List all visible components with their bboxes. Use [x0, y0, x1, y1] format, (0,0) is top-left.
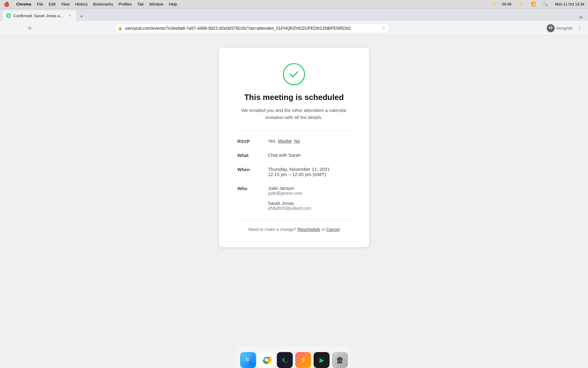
dock-trash[interactable]: 🗑 [332, 352, 348, 368]
address-bar: ‹ › ↻ 🔒 savvycal.com/events/7e3ee6a8-7a5… [0, 21, 588, 36]
search-icon[interactable]: 🔍 [543, 2, 548, 6]
dock-finder[interactable]: 🔍 [240, 352, 256, 368]
attendee-2: Sarah Jonas e58af020@uifeed.com [268, 201, 351, 211]
page-content: This meeting is scheduled We emailed you… [0, 36, 588, 368]
dock-iterm[interactable]: ▶ [314, 352, 330, 368]
dock-terminal[interactable]: $_ [277, 352, 293, 368]
what-label: What [237, 152, 256, 158]
when-date: Thursday, November 11, 2021 [268, 167, 351, 172]
forward-button[interactable]: › [15, 24, 23, 33]
incognito-badge: Incognito [547, 24, 573, 32]
rsvp-options: Yes Maybe No [268, 138, 351, 144]
footer-or-text: or [321, 227, 325, 232]
menu-bar-right: ⚡ 00:48 ⚡ 📶 🔍 Mon 11 Oct 14:34 [492, 2, 584, 6]
when-value: Thursday, November 11, 2021 12:15 pm – 1… [268, 167, 351, 177]
footer-text: Need to make a change? [248, 227, 296, 232]
incognito-label: Incognito [556, 26, 573, 30]
menu-tab[interactable]: Tab [137, 2, 144, 6]
refresh-button[interactable]: ↻ [26, 24, 34, 33]
lock-icon: 🔒 [118, 26, 123, 30]
rsvp-no-link[interactable]: No [294, 138, 300, 144]
clock: Mon 11 Oct 14:34 [555, 2, 584, 6]
divider-top [237, 131, 351, 131]
menu-help[interactable]: Help [169, 2, 177, 6]
dock-bolt[interactable]: ⚡ [295, 352, 311, 368]
back-button[interactable]: ‹ [4, 24, 12, 33]
when-time: 12:15 pm – 12:45 pm (GMT) [268, 172, 351, 177]
tab-bar: S Confirmed: Sarah Jonas and J... × + ≫ [0, 9, 588, 21]
footer-change-text: Need to make a change? Reschedule or Can… [237, 227, 351, 232]
attendee-2-email: e58af020@uifeed.com [268, 206, 351, 211]
rsvp-row: RSVP Yes Maybe No [237, 138, 351, 144]
menu-chrome[interactable]: Chrome [16, 2, 31, 6]
svg-text:🔍: 🔍 [244, 357, 252, 364]
confirmation-card: This meeting is scheduled We emailed you… [219, 48, 369, 247]
url-text: savvycal.com/events/7e3ee6a8-7a57-4499-9… [125, 26, 379, 31]
tab-favicon: S [6, 13, 11, 18]
card-subtitle: We emailed you and the other attendees a… [237, 107, 351, 121]
wifi-icon: 📶 [531, 2, 536, 6]
menu-history[interactable]: History [75, 2, 87, 6]
what-row: What Chat with Sarah [237, 152, 351, 158]
svg-point-5 [265, 358, 268, 362]
dock-chrome[interactable] [258, 352, 274, 368]
chrome-window: S Confirmed: Sarah Jonas and J... × + ≫ … [0, 9, 588, 368]
who-row: Who Jude Janson jude@janson.com Sarah Jo… [237, 186, 351, 211]
more-options-icon[interactable]: ⋮ [575, 25, 584, 32]
url-bar[interactable]: 🔒 savvycal.com/events/7e3ee6a8-7a57-4499… [114, 23, 390, 33]
divider-bottom [237, 219, 351, 220]
menu-bar: 🍎 Chrome File Edit View History Bookmark… [0, 0, 588, 9]
address-bar-right: Incognito ⋮ [547, 24, 584, 32]
active-tab[interactable]: S Confirmed: Sarah Jonas and J... × [2, 10, 76, 21]
details-table: RSVP Yes Maybe No What Chat with Sarah [237, 138, 351, 211]
new-tab-button[interactable]: + [77, 12, 86, 21]
menu-file[interactable]: File [37, 2, 43, 6]
who-label: Who [237, 186, 256, 211]
when-label: When [237, 167, 256, 177]
what-value: Chat with Sarah [268, 152, 351, 158]
rsvp-value: Yes Maybe No [268, 138, 351, 144]
rsvp-yes: Yes [268, 138, 275, 144]
incognito-icon [547, 24, 555, 32]
when-row: When Thursday, November 11, 2021 12:15 p… [237, 167, 351, 177]
menu-profiles[interactable]: Profiles [119, 2, 132, 6]
attendee-1-name: Jude Janson [268, 186, 351, 191]
menu-view[interactable]: View [61, 2, 70, 6]
menu-edit[interactable]: Edit [49, 2, 55, 6]
bookmark-star-icon[interactable]: ☆ [382, 26, 386, 31]
battery-time: 00:48 [502, 2, 511, 6]
who-value: Jude Janson jude@janson.com Sarah Jonas … [268, 186, 351, 211]
menu-bookmarks[interactable]: Bookmarks [93, 2, 113, 6]
battery-icon: ⚡ [492, 2, 497, 6]
dock: 🔍 $_ ⚡ ▶ 🗑 [237, 347, 351, 368]
cancel-link[interactable]: Cancel [326, 227, 340, 232]
rsvp-label: RSVP [237, 138, 256, 144]
attendee-1: Jude Janson jude@janson.com [268, 186, 351, 196]
tab-title: Confirmed: Sarah Jonas and J... [13, 13, 65, 18]
attendee-2-name: Sarah Jonas [268, 201, 351, 206]
tab-bar-right: ≫ [579, 15, 586, 21]
tab-close-button[interactable]: × [67, 13, 72, 18]
bolt-icon: ⚡ [519, 2, 523, 6]
success-icon [283, 63, 305, 85]
card-title: This meeting is scheduled [237, 93, 351, 102]
reschedule-link[interactable]: Reschedule [297, 227, 320, 232]
menu-window[interactable]: Window [149, 2, 163, 6]
attendee-1-email: jude@janson.com [268, 191, 351, 196]
apple-menu[interactable]: 🍎 [4, 2, 9, 7]
rsvp-maybe-link[interactable]: Maybe [278, 138, 292, 144]
tab-more-button[interactable]: ≫ [579, 15, 586, 20]
